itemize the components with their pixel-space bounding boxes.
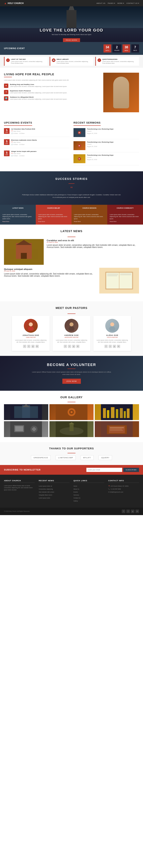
svg-rect-11: [107, 275, 118, 275]
facebook-icon[interactable]: f: [104, 345, 108, 348]
facebook-icon[interactable]: f: [64, 345, 67, 348]
svg-rect-30: [103, 408, 106, 418]
gallery-item-4[interactable]: [4, 421, 48, 437]
countdown-title: UPCOMING EVENT: [4, 47, 25, 50]
recent-sermons-col: RECENT SERMONS ▶ Transforming Live, Rest…: [73, 121, 139, 167]
googleplus-icon[interactable]: g: [113, 345, 116, 348]
twitter-icon[interactable]: t: [68, 345, 71, 348]
footer-link-about[interactable]: About Us: [73, 488, 79, 490]
news-row-2: Quisque volutpat aliquam On June 21, 201…: [4, 268, 139, 293]
pastor-role-1: Lead Pastor: [14, 337, 48, 338]
sermon-cat-2: Church: [87, 144, 113, 145]
cross-icon: ✝: [4, 90, 8, 94]
supporter-logo-2: Lawtoncamp: [55, 455, 76, 460]
read-more-link-1[interactable]: Read More: [2, 221, 33, 222]
tab-church-community[interactable]: CHURCH COMMUNITY: [107, 205, 143, 211]
supporters-logos: GreenPeace Lawtoncamp MyLift jQuery: [4, 455, 139, 460]
svg-rect-52: [110, 430, 123, 431]
tab-panel-latest-news: Lorem ipsum dolor sit amet, consectetur …: [0, 211, 36, 225]
gallery-item-2[interactable]: [49, 404, 94, 420]
footer-news-item-5[interactable]: Lorem ipsum dolor: [39, 497, 50, 499]
svg-rect-13: [120, 274, 131, 274]
newsletter-subscribe-button[interactable]: SUBSCRIBE: [123, 468, 139, 472]
tab-latest-news[interactable]: LATEST NEWS: [0, 205, 36, 211]
svg-rect-51: [110, 429, 122, 429]
nav-pages[interactable]: PAGES ▾: [108, 2, 115, 4]
footer-twitter-icon[interactable]: t: [126, 509, 130, 513]
brand: ▲ HOLY CHURCH: [4, 2, 24, 5]
gallery-item-5[interactable]: [49, 421, 94, 437]
copyright-text: © 2018 Holy Church. All Rights Reserved.: [4, 510, 30, 512]
footer-facebook-icon[interactable]: f: [122, 509, 125, 513]
footer-link-home[interactable]: Home: [73, 486, 77, 487]
read-more-link-3[interactable]: Read More: [74, 221, 105, 222]
linkedin-icon[interactable]: in: [35, 345, 39, 348]
quote-mark-icon: ": [4, 185, 139, 192]
play-icon[interactable]: ▶: [78, 131, 81, 134]
footer-link-events[interactable]: Events: [73, 491, 78, 493]
pastor-card-3: ALENA DOE Youth Pastor Lorem ipsum dolor…: [93, 316, 131, 351]
play-icon[interactable]: ▶: [78, 157, 81, 160]
nav-about[interactable]: ABOUT US: [97, 2, 105, 4]
newsletter-email-input[interactable]: [87, 468, 122, 472]
footer-contact-address[interactable]: 📍 123 Church Street, NY 10001: [108, 486, 129, 487]
hero-cta-button[interactable]: READ MORE: [63, 38, 80, 42]
twitter-icon[interactable]: t: [109, 345, 112, 348]
newsletter-title: SUBSCRIBE TO NEWSLETTER: [4, 469, 41, 471]
pastor-social-1: f t g in: [14, 345, 48, 348]
tab-church-belief[interactable]: CHURCH BELIEF: [36, 205, 72, 211]
footer-col-about: About Church Lorem ipsum Officia Faciam …: [4, 479, 35, 503]
footer-linkedin-icon[interactable]: in: [136, 509, 139, 513]
event-strip-desc-1: Lorem ipsum dolor sit amet, consectetur …: [11, 61, 46, 64]
event-strip-item: ✝ LIGHT OF THE WAY Lorem ipsum dolor sit…: [4, 57, 48, 66]
event-strip-icon-2: 📖: [52, 58, 55, 62]
footer-news-item-2[interactable]: Consectetur adipiscing: [39, 488, 53, 490]
footer-link-gallery[interactable]: Gallery: [73, 500, 78, 502]
footer-news-item-3[interactable]: Sed molestie nibh ornare: [39, 491, 54, 493]
main-nav: ABOUT US PAGES ▾ MORE ▾ CONTACT US ▾: [97, 2, 139, 4]
event-strip-title-2: BIBLE LIBRARY: [56, 58, 92, 60]
googleplus-icon[interactable]: g: [72, 345, 75, 348]
event-strip-icon-3: 🕊: [97, 58, 101, 62]
footer-contact-phone[interactable]: 📞 +1 234 567 8900: [108, 488, 121, 490]
news-date-2: On June 21, 2018: [4, 270, 96, 272]
globe-icon: 🌍: [4, 96, 8, 101]
read-more-link-2[interactable]: Read More: [38, 221, 69, 222]
googleplus-icon[interactable]: g: [31, 345, 34, 348]
twitter-icon[interactable]: t: [27, 345, 30, 348]
play-icon[interactable]: ▶: [78, 144, 81, 147]
volunteer-join-button[interactable]: JOIN NOW: [62, 379, 81, 384]
hero-subtext: We Exist To Worship and Sharing God's Wo…: [40, 34, 103, 35]
linkedin-icon[interactable]: in: [117, 345, 120, 348]
footer-quick-links-list: Home About Us Events Sermons Contact Us …: [73, 485, 104, 502]
svg-rect-45: [70, 423, 73, 431]
footer-link-contact[interactable]: Contact Us: [73, 497, 80, 499]
countdown-days: 34 days: [103, 44, 111, 53]
tab-panel-church-belief: Lorem ipsum dolor sit amet, consectetur …: [36, 211, 72, 225]
read-more-link-4[interactable]: Read More: [110, 221, 141, 222]
news-image-2: [99, 268, 139, 293]
pastor-name-3: ALENA DOE: [95, 334, 129, 336]
gallery-item-6[interactable]: [95, 421, 139, 437]
living-hope-intro: Lorem ipsum dolor sit amet, consectetur …: [4, 79, 99, 81]
tab-church-mission[interactable]: CHURCH MISSION: [72, 205, 107, 211]
living-hope-item-title-1: Building Holy and Healthy Lives: [10, 84, 67, 85]
pastor-role-3: Youth Pastor: [95, 337, 129, 338]
footer-googleplus-icon[interactable]: g: [131, 509, 135, 513]
gallery-item-1[interactable]: [4, 404, 48, 420]
sermon-date-1: August 20, 2018: [87, 132, 113, 134]
linkedin-icon[interactable]: in: [76, 345, 79, 348]
pastors-title: MEET OUR PASTORS: [4, 306, 139, 310]
gallery-item-3[interactable]: [95, 404, 139, 420]
footer-news-item-4[interactable]: Voluptate libero lorem: [39, 494, 52, 496]
tab-content-mission: Lorem ipsum dolor sit amet, consectetur …: [74, 214, 105, 220]
news-content-1: Lorem ipsum dolor sit amet, consectetur …: [47, 244, 139, 248]
footer-news-item-1[interactable]: Lorem ipsum dolor sit: [39, 486, 52, 487]
footer-col-news: Recent News Lorem ipsum dolor sit Consec…: [39, 479, 70, 503]
event-title-2: Ehercises malimedo vivere liberta: [11, 139, 37, 141]
footer-link-sermons[interactable]: Sermons: [73, 494, 79, 496]
nav-more[interactable]: MORE ▾: [117, 2, 124, 4]
footer-contact-email[interactable]: ✉ info@holychurch.com: [108, 491, 123, 493]
facebook-icon[interactable]: f: [23, 345, 26, 348]
nav-contact[interactable]: CONTACT US ▾: [126, 2, 139, 4]
